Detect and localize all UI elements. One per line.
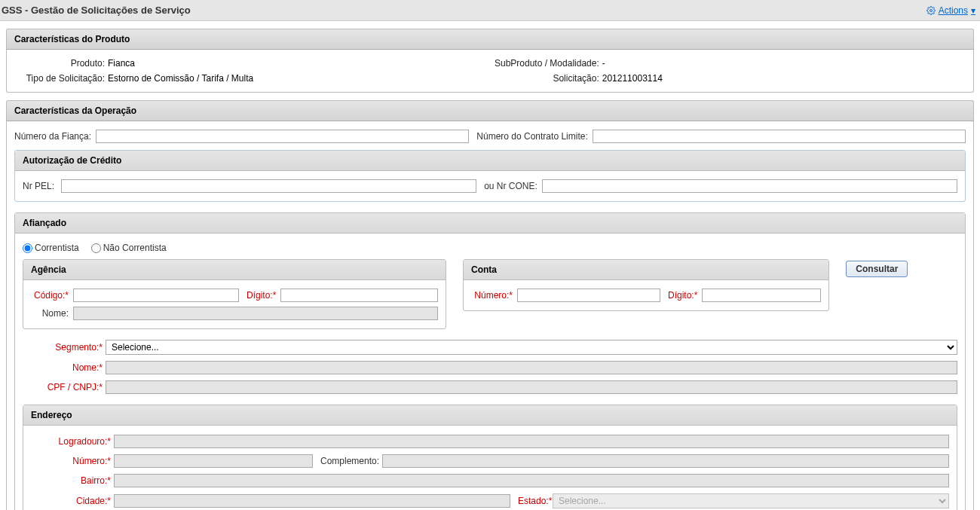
produto-value: Fianca: [108, 58, 135, 69]
solicitacao-value: 201211003114: [602, 73, 663, 84]
nrcone-input[interactable]: [542, 179, 957, 193]
ag-digito-label: Dígito:*: [247, 290, 276, 301]
panel-endereco-header: Endereço: [23, 405, 957, 426]
nrpel-label: Nr PEL:: [23, 181, 57, 191]
complemento-label: Complemento:: [316, 456, 379, 466]
produto-label: Produto:: [14, 58, 105, 69]
actions-menu[interactable]: Actions ▾: [926, 5, 975, 16]
bairro-input: [114, 474, 949, 487]
estado-label: Estado:*: [513, 496, 550, 506]
segmento-select[interactable]: Selecione...: [106, 340, 957, 355]
radio-nao-correntista[interactable]: Não Correntista: [91, 243, 167, 253]
ag-codigo-label: Código:*: [31, 290, 69, 301]
panel-conta-header: Conta: [464, 260, 828, 280]
radio-correntista-input[interactable]: [23, 243, 32, 253]
afian-nome-label: Nome:*: [23, 362, 103, 373]
num-contrato-label: Número do Contrato Limite:: [476, 131, 587, 142]
page-header: GSS - Gestão de Solicitações de Serviço …: [0, 0, 980, 21]
svg-point-0: [929, 9, 932, 11]
afian-nome-input: [106, 361, 957, 374]
ag-digito-input[interactable]: [280, 289, 438, 302]
section-produto-body: Produto: Fianca Tipo de Solicitação: Est…: [6, 50, 974, 93]
section-operacao-header: Características da Operação: [6, 100, 974, 121]
consultar-button[interactable]: Consultar: [846, 261, 908, 277]
tipo-value: Estorno de Comissão / Tarifa / Multa: [108, 73, 253, 84]
radio-nao-input[interactable]: [91, 243, 101, 253]
end-numero-input: [114, 454, 313, 468]
logradouro-label: Logradouro:*: [31, 436, 111, 447]
radio-correntista[interactable]: Correntista: [23, 243, 79, 253]
conta-digito-input[interactable]: [702, 289, 821, 302]
panel-conta: Conta Número:* Dígito:*: [463, 259, 829, 311]
tipo-label: Tipo de Solicitação:: [14, 73, 105, 84]
panel-agencia-header: Agência: [23, 260, 446, 280]
page-title: GSS - Gestão de Solicitações de Serviço: [2, 5, 191, 16]
cpf-label: CPF / CNPJ:*: [23, 382, 103, 392]
segmento-label: Segmento:*: [23, 342, 103, 353]
cidade-label: Cidade:*: [31, 496, 111, 506]
ag-codigo-input[interactable]: [73, 289, 239, 302]
conta-numero-label: Número:*: [471, 290, 513, 301]
estado-select: Selecione...: [553, 493, 949, 508]
subproduto-value: -: [602, 58, 605, 69]
cidade-input: [114, 494, 510, 508]
logradouro-input: [114, 435, 949, 448]
end-numero-label: Número:*: [31, 456, 111, 466]
panel-agencia: Agência Código:* Dígito:* Nome:: [23, 259, 446, 329]
conta-numero-input[interactable]: [517, 289, 660, 302]
panel-credito-header: Autorização de Crédito: [15, 151, 965, 171]
section-operacao-body: Número da Fiança: Número do Contrato Lim…: [6, 121, 974, 510]
panel-afian-header: Afiançado: [15, 213, 965, 234]
conta-digito-label: Dígito:*: [668, 290, 697, 301]
panel-credito: Autorização de Crédito Nr PEL: ou Nr CON…: [14, 150, 966, 202]
section-produto-header: Características do Produto: [6, 29, 974, 50]
complemento-input: [382, 454, 949, 468]
num-contrato-input[interactable]: [593, 130, 966, 143]
num-fianca-label: Número da Fiança:: [14, 131, 91, 142]
panel-endereco: Endereço Logradouro:* Número:* Complemen…: [23, 405, 957, 510]
nrpel-input[interactable]: [61, 179, 476, 193]
ou-label: ou Nr CONE:: [484, 181, 537, 191]
actions-label: Actions: [939, 5, 968, 16]
ag-nome-input: [73, 307, 438, 320]
solicitacao-label: Solicitação:: [471, 73, 599, 84]
subproduto-label: SubProduto / Modalidade:: [471, 58, 599, 69]
panel-afian: Afiançado Correntista Não Correntista Ag…: [14, 212, 966, 510]
ag-nome-label: Nome:: [31, 308, 69, 319]
chevron-down-icon: ▾: [971, 5, 975, 16]
gear-icon: [926, 6, 936, 15]
cpf-input: [106, 380, 957, 394]
num-fianca-input[interactable]: [96, 130, 469, 143]
bairro-label: Bairro:*: [31, 475, 111, 486]
correntista-radio-group: Correntista Não Correntista: [23, 240, 167, 259]
